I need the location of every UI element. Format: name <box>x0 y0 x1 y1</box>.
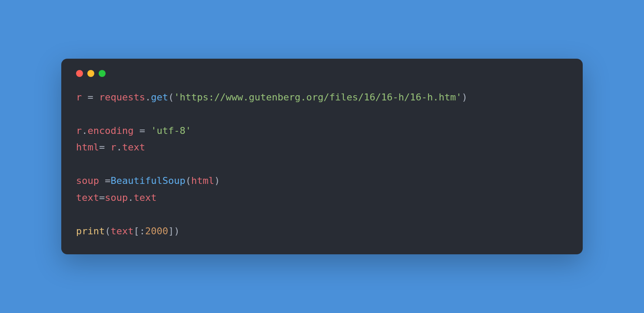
code-line-3: r.encoding = 'utf-8' <box>76 125 191 136</box>
code-line-7: text=soup.text <box>76 192 156 203</box>
number-2000: 2000 <box>145 226 168 236</box>
string-url: 'https://www.gutenberg.org/files/16/16-h… <box>174 92 461 103</box>
dot: . <box>82 125 87 136</box>
window-titlebar <box>76 70 568 77</box>
variable-soup: soup <box>76 175 99 186</box>
paren-close: ) <box>214 175 220 186</box>
attr-text: text <box>133 192 156 203</box>
variable-text: text <box>76 192 99 203</box>
builtin-print: print <box>76 226 105 236</box>
zoom-icon[interactable] <box>99 70 106 77</box>
code-line-4: html= r.text <box>76 142 145 153</box>
code-window: r = requests.get('https://www.gutenberg.… <box>61 59 583 255</box>
code-block: r = requests.get('https://www.gutenberg.… <box>76 89 568 240</box>
code-line-1: r = requests.get('https://www.gutenberg.… <box>76 92 468 103</box>
variable-text: text <box>110 226 133 236</box>
code-line-6: soup =BeautifulSoup(html) <box>76 175 220 186</box>
attr-encoding: encoding <box>88 125 134 136</box>
variable-r: r <box>110 142 116 153</box>
operator-assign: = <box>82 92 99 103</box>
paren-close: ) <box>174 226 179 236</box>
close-icon[interactable] <box>76 70 83 77</box>
operator-assign: = <box>99 142 111 153</box>
bracket-open: [ <box>133 226 139 236</box>
dot: . <box>116 142 122 153</box>
paren-open: ( <box>105 226 110 236</box>
variable-r: r <box>76 92 82 103</box>
operator-assign: = <box>99 192 105 203</box>
dot: . <box>128 192 133 203</box>
paren-open: ( <box>186 175 191 186</box>
class-beautifulsoup: BeautifulSoup <box>110 175 185 186</box>
method-get: get <box>151 92 168 103</box>
bracket-close: ] <box>168 226 174 236</box>
string-utf8: 'utf-8' <box>151 125 191 136</box>
variable-soup: soup <box>105 192 128 203</box>
slice-colon: : <box>139 226 145 236</box>
paren-close: ) <box>461 92 467 103</box>
operator-assign: = <box>99 175 111 186</box>
dot: . <box>145 92 151 103</box>
module-requests: requests <box>99 92 145 103</box>
minimize-icon[interactable] <box>87 70 94 77</box>
attr-text: text <box>122 142 145 153</box>
paren-open: ( <box>168 92 174 103</box>
variable-r: r <box>76 125 82 136</box>
operator-assign: = <box>133 125 151 136</box>
variable-html: html <box>76 142 99 153</box>
code-line-9: print(text[:2000]) <box>76 226 179 236</box>
arg-html: html <box>191 175 214 186</box>
